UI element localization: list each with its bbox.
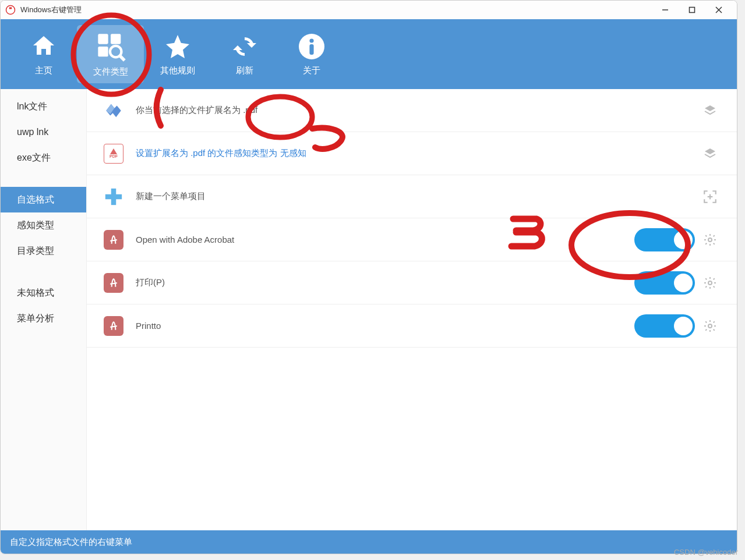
minimize-button[interactable] bbox=[652, 1, 679, 19]
gear-icon[interactable] bbox=[702, 318, 718, 334]
svg-point-0 bbox=[6, 6, 15, 15]
svg-point-12 bbox=[309, 38, 313, 42]
toolbar: 主页 文件类型 其他规则 刷新 关于 bbox=[1, 19, 737, 89]
perceive-row[interactable]: PDF 设置扩展名为 .pdf 的文件感知类型为 无感知 bbox=[87, 132, 737, 175]
sidebar-item-analysis[interactable]: 菜单分析 bbox=[1, 306, 86, 331]
plus-icon bbox=[103, 186, 124, 207]
menu-item-row: Open with Adobe Acrobat bbox=[87, 218, 737, 261]
toolbar-refresh[interactable]: 刷新 bbox=[211, 25, 278, 83]
toolbar-label: 关于 bbox=[303, 65, 320, 76]
statusbar: 自定义指定格式文件的右键菜单 bbox=[1, 530, 737, 554]
menu-item-label: Open with Adobe Acrobat bbox=[136, 235, 634, 244]
info-text: 你当前选择的文件扩展名为 .pdf bbox=[136, 105, 695, 116]
toolbar-other[interactable]: 其他规则 bbox=[144, 25, 211, 83]
svg-rect-13 bbox=[309, 44, 313, 55]
toggle-switch[interactable] bbox=[634, 314, 695, 338]
sidebar-item-perceive[interactable]: 感知类型 bbox=[1, 212, 86, 238]
main-panel: 你当前选择的文件扩展名为 .pdf PDF 设置扩展名为 .pdf 的文件感知类… bbox=[87, 89, 737, 530]
pdf-icon: PDF bbox=[103, 143, 124, 164]
sidebar-item-exe[interactable]: exe文件 bbox=[1, 145, 86, 171]
menu-item-row: Printto bbox=[87, 304, 737, 348]
svg-rect-3 bbox=[690, 8, 695, 13]
svg-rect-1 bbox=[9, 8, 12, 9]
toolbar-filetype[interactable]: 文件类型 bbox=[77, 25, 144, 83]
new-item-text: 新建一个菜单项目 bbox=[136, 191, 695, 202]
sidebar: lnk文件 uwp lnk exe文件 自选格式 感知类型 目录类型 未知格式 … bbox=[1, 89, 87, 530]
titlebar: Windows右键管理 bbox=[1, 1, 737, 19]
svg-rect-15 bbox=[105, 194, 122, 199]
svg-rect-7 bbox=[111, 34, 121, 44]
layers-icon[interactable] bbox=[702, 146, 718, 162]
maximize-button[interactable] bbox=[679, 1, 705, 19]
sidebar-item-lnk[interactable]: lnk文件 bbox=[1, 94, 86, 119]
close-button[interactable] bbox=[705, 1, 732, 19]
home-icon bbox=[30, 33, 58, 61]
sidebar-item-unknown[interactable]: 未知格式 bbox=[1, 280, 86, 306]
toolbar-label: 其他规则 bbox=[160, 65, 195, 76]
app-icon bbox=[5, 5, 16, 15]
grid-search-icon bbox=[96, 31, 126, 62]
app-window: Windows右键管理 主页 文件类型 其他规则 刷新 关于 lnk文件 bbox=[0, 0, 737, 554]
svg-point-20 bbox=[708, 324, 712, 328]
watermark: CSDN @vehicoder bbox=[674, 548, 738, 557]
svg-point-19 bbox=[708, 281, 712, 285]
menu-item-row: 打印(P) bbox=[87, 261, 737, 304]
toggle-switch[interactable] bbox=[634, 271, 695, 295]
sidebar-item-uwplnk[interactable]: uwp lnk bbox=[1, 119, 86, 145]
acrobat-icon bbox=[103, 272, 124, 293]
add-target-icon[interactable] bbox=[702, 189, 718, 205]
toolbar-label: 刷新 bbox=[236, 65, 253, 76]
svg-line-10 bbox=[120, 56, 125, 61]
gear-icon[interactable] bbox=[702, 275, 718, 291]
extension-icon bbox=[103, 100, 124, 121]
body: lnk文件 uwp lnk exe文件 自选格式 感知类型 目录类型 未知格式 … bbox=[1, 89, 737, 530]
status-text: 自定义指定格式文件的右键菜单 bbox=[10, 537, 132, 548]
acrobat-icon bbox=[103, 316, 124, 336]
perceive-text: 设置扩展名为 .pdf 的文件感知类型为 无感知 bbox=[136, 148, 695, 159]
toolbar-label: 文件类型 bbox=[93, 66, 128, 77]
toolbar-about[interactable]: 关于 bbox=[278, 25, 345, 83]
toggle-switch[interactable] bbox=[634, 228, 695, 251]
info-row: 你当前选择的文件扩展名为 .pdf bbox=[87, 89, 737, 132]
svg-rect-8 bbox=[98, 47, 108, 56]
refresh-icon bbox=[231, 33, 259, 61]
sidebar-item-custom[interactable]: 自选格式 bbox=[1, 187, 86, 212]
toolbar-home[interactable]: 主页 bbox=[10, 25, 77, 83]
window-title: Windows右键管理 bbox=[20, 5, 652, 15]
info-icon bbox=[298, 33, 326, 61]
menu-item-label: Printto bbox=[136, 321, 634, 331]
gear-icon[interactable] bbox=[702, 232, 718, 248]
toolbar-label: 主页 bbox=[35, 65, 52, 76]
menu-item-label: 打印(P) bbox=[136, 277, 634, 288]
svg-rect-6 bbox=[98, 34, 108, 44]
sidebar-item-dir[interactable]: 目录类型 bbox=[1, 238, 86, 264]
star-icon bbox=[164, 33, 192, 61]
acrobat-icon bbox=[103, 229, 124, 250]
new-item-row[interactable]: 新建一个菜单项目 bbox=[87, 175, 737, 218]
svg-point-9 bbox=[110, 45, 121, 57]
layers-icon[interactable] bbox=[702, 102, 718, 119]
svg-point-18 bbox=[708, 238, 712, 242]
